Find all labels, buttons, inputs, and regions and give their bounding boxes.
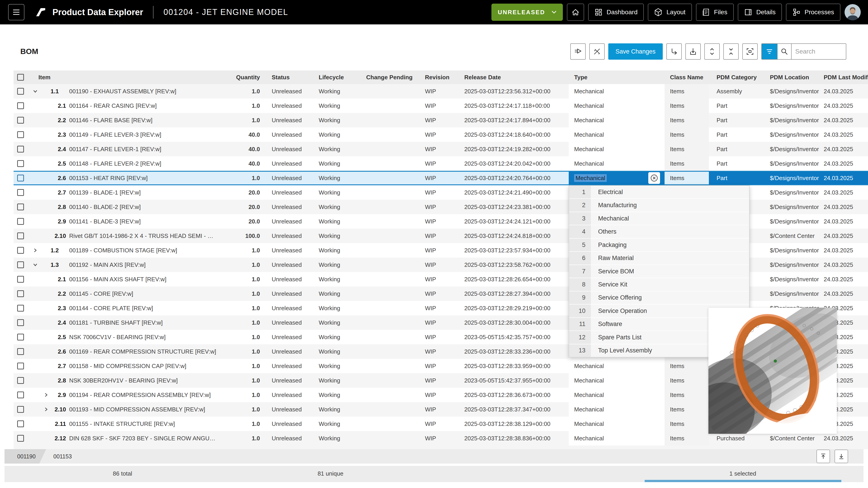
table-row[interactable]: 2.1001164 - REAR CASING [REV:w]1.0Unrele… [13,98,868,113]
home-button[interactable] [567,4,584,21]
row-checkbox[interactable] [17,305,24,312]
type-cell[interactable]: Mechanical [569,113,664,127]
table-row[interactable]: 2.5001148 - FLARE LEVER-2 [REV:w]40.0Unr… [13,156,868,171]
quantity-cell[interactable]: 20.0 [199,185,260,200]
column-header-change-pending[interactable]: Change Pending [366,70,412,84]
tab-001153[interactable]: 001153 [53,449,72,464]
filter-button[interactable] [762,43,777,60]
quantity-cell[interactable]: 1.0 [199,330,260,344]
quantity-cell[interactable]: 1.0 [199,359,260,373]
dropdown-option-packaging[interactable]: 5Packaging [569,238,749,252]
clear-value-button[interactable] [648,172,660,184]
hamburger-menu-button[interactable] [8,4,24,20]
fit-columns-button[interactable] [742,43,758,60]
row-checkbox[interactable] [17,247,24,254]
type-cell[interactable]: Mechanical [569,142,664,156]
type-cell[interactable]: Mechanical [569,156,664,171]
type-cell[interactable]: Mechanical [569,431,664,446]
tab-001190[interactable]: 001190 [4,449,46,464]
row-checkbox[interactable] [17,377,24,384]
row-checkbox[interactable] [17,232,24,239]
type-cell[interactable]: Mechanical [569,388,664,402]
quantity-cell[interactable]: 1.0 [199,301,260,315]
column-header-release-date[interactable]: Release Date [464,70,501,84]
quantity-cell[interactable]: 1.0 [199,373,260,388]
quantity-cell[interactable]: 1.0 [199,84,260,98]
table-row[interactable]: 2.6001153 - HEAT RING [REV:w]1.0Unreleas… [13,171,868,185]
quantity-cell[interactable]: 1.0 [199,258,260,272]
expand-all-button[interactable] [704,43,720,60]
column-header-lifecycle[interactable]: Lifecycle [319,70,344,84]
files-button[interactable]: Files [696,4,734,21]
unlink-button[interactable] [589,43,604,60]
type-cell[interactable]: Mechanical [569,98,664,113]
row-checkbox[interactable] [17,392,24,398]
row-checkbox[interactable] [17,348,24,355]
processes-button[interactable]: Processes [786,4,840,21]
row-checkbox[interactable] [17,146,24,153]
row-checkbox[interactable] [17,435,24,442]
type-cell[interactable]: Mechanical [569,359,664,373]
row-checkbox[interactable] [17,117,24,124]
type-cell[interactable]: Mechanical [569,127,664,142]
layout-button[interactable]: Layout [648,4,692,21]
quantity-cell[interactable]: 20.0 [199,214,260,229]
row-checkbox[interactable] [17,319,24,326]
quantity-cell[interactable]: 40.0 [199,156,260,171]
dropdown-option-raw-material[interactable]: 6Raw Material [569,252,749,265]
search-button[interactable] [777,43,792,60]
quantity-cell[interactable]: 1.0 [199,315,260,330]
quantity-cell[interactable]: 40.0 [199,127,260,142]
row-checkbox[interactable] [17,189,24,196]
details-button[interactable]: Details [738,4,782,21]
quantity-cell[interactable]: 100.0 [199,229,260,243]
table-row[interactable]: 2.4001147 - FLARE LEVER-1 [REV:w]40.0Unr… [13,142,868,156]
column-header-type[interactable]: Type [574,70,587,84]
row-checkbox[interactable] [17,175,24,182]
row-checkbox[interactable] [17,363,24,369]
column-header-pdm-category[interactable]: PDM Category [717,70,757,84]
dropdown-option-mechanical[interactable]: 3Mechanical [569,212,749,225]
indent-row-button[interactable] [666,43,682,60]
quantity-cell[interactable]: 1.0 [199,417,260,431]
row-checkbox[interactable] [17,160,24,167]
select-all-checkbox[interactable] [17,74,24,80]
quantity-cell[interactable]: 1.0 [199,243,260,258]
dashboard-button[interactable]: Dashboard [588,4,644,21]
collapse-all-button[interactable] [723,43,739,60]
quantity-cell[interactable]: 1.0 [199,388,260,402]
quantity-cell[interactable]: 1.0 [199,172,260,184]
type-cell[interactable]: Mechanical [569,373,664,388]
type-cell[interactable]: Mechanical [569,417,664,431]
row-checkbox[interactable] [17,334,24,340]
row-checkbox[interactable] [17,261,24,268]
column-header-pdm-last-modified[interactable]: PDM Last Modified [824,70,868,84]
quantity-cell[interactable]: 1.0 [199,98,260,113]
row-checkbox[interactable] [17,290,24,297]
dropdown-option-service-bom[interactable]: 7Service BOM [569,265,749,278]
lifecycle-status-button[interactable]: UNRELEASED [491,4,563,21]
scroll-to-top-button[interactable] [816,450,830,463]
search-input[interactable] [792,48,837,55]
row-checkbox[interactable] [17,420,24,427]
quantity-cell[interactable]: 1.0 [199,402,260,417]
row-checkbox[interactable] [17,406,24,413]
column-header-item[interactable]: Item [38,70,51,84]
table-row[interactable]: 2.2001146 - FLARE BASE [REV:w]1.0Unrelea… [13,113,868,127]
quantity-cell[interactable]: 1.0 [199,431,260,446]
scroll-to-bottom-button[interactable] [835,450,848,463]
quantity-cell[interactable]: 1.0 [199,113,260,127]
row-checkbox[interactable] [17,203,24,210]
dropdown-option-manufacturing[interactable]: 2Manufacturing [569,199,749,212]
quantity-cell[interactable]: 1.0 [199,344,260,359]
column-header-status[interactable]: Status [272,70,289,84]
dropdown-option-electrical[interactable]: 1Electrical [569,186,749,199]
column-header-revision[interactable]: Revision [425,70,450,84]
save-button[interactable]: Save Changes [608,43,663,60]
row-checkbox[interactable] [17,218,24,225]
row-checkbox[interactable] [17,102,24,109]
row-checkbox[interactable] [17,88,24,95]
quantity-cell[interactable]: 1.0 [199,287,260,301]
type-cell[interactable]: Mechanical [569,402,664,417]
column-header-class-name[interactable]: Class Name [670,70,703,84]
